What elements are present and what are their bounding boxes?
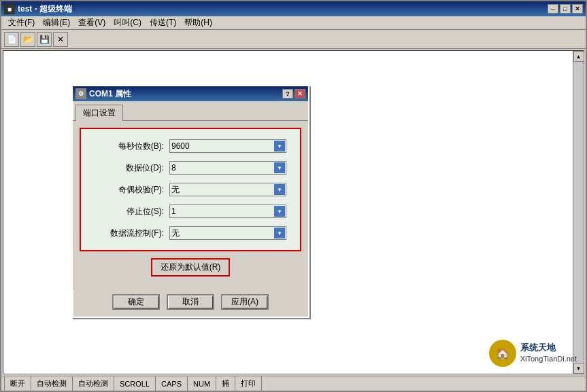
restore-btn-container: 还原为默认值(R): [80, 258, 301, 277]
data-bits-label: 数据位(D):: [95, 162, 169, 174]
data-bits-row: 数据位(D): 8 5 6 7: [95, 161, 286, 175]
baud-rate-label: 每秒位数(B):: [95, 141, 169, 152]
status-auto-detect-1: 自动检测: [31, 376, 73, 391]
toolbar-open[interactable]: 📂: [20, 32, 35, 47]
dialog-tab-bar: 端口设置: [73, 101, 308, 120]
toolbar-disconnect[interactable]: ✕: [53, 32, 68, 47]
dialog-buttons: 确定 取消 应用(A): [73, 290, 308, 317]
ok-button[interactable]: 确定: [112, 294, 160, 310]
status-scroll: SCROLL: [114, 376, 156, 391]
toolbar-new[interactable]: 📄: [4, 32, 19, 47]
minimize-button[interactable]: ─: [548, 4, 558, 14]
dialog-titlebar: ⚙ COM1 属性 ? ✕: [73, 86, 308, 101]
menu-file[interactable]: 文件(F): [4, 16, 39, 30]
form-box: 每秒位数(B): 9600 1200 2400 4800 19200 38400…: [80, 128, 301, 251]
main-window: ■ test - 超级终端 ─ □ ✕ 文件(F) 编辑(E) 查看(V) 叫叫…: [0, 0, 587, 392]
flow-control-row: 数据流控制(F): 无 硬件 Xon/Xoff: [95, 226, 286, 240]
restore-defaults-button[interactable]: 还原为默认值(R): [151, 258, 231, 277]
baud-rate-row: 每秒位数(B): 9600 1200 2400 4800 19200 38400…: [95, 139, 286, 153]
main-titlebar: ■ test - 超级终端 ─ □ ✕: [1, 1, 586, 16]
stop-bits-label: 停止位(S):: [95, 206, 169, 217]
stop-bits-select[interactable]: 1 1.5 2: [169, 204, 286, 218]
flow-control-label: 数据流控制(F):: [95, 228, 169, 239]
menu-view[interactable]: 查看(V): [74, 16, 110, 30]
parity-wrapper: 无 奇校验 偶校验 标志 空格: [169, 183, 286, 196]
cancel-button[interactable]: 取消: [167, 294, 214, 310]
content-area: ▲ ▼ ⚙ COM1 属性 ? ✕: [3, 50, 584, 374]
menu-edit[interactable]: 编辑(E): [39, 16, 74, 30]
com-properties-dialog: ⚙ COM1 属性 ? ✕ 端口设置: [71, 85, 309, 318]
maximize-button[interactable]: □: [560, 4, 571, 14]
status-bar: 断开 自动检测 自动检测 SCROLL CAPS NUM 捕 打印: [1, 376, 586, 391]
parity-row: 奇偶校验(P): 无 奇校验 偶校验 标志 空格: [95, 183, 286, 196]
toolbar-save[interactable]: 💾: [37, 32, 52, 47]
status-caps: CAPS: [156, 376, 188, 391]
data-bits-select[interactable]: 8 5 6 7: [169, 161, 286, 175]
dialog-overlay: ⚙ COM1 属性 ? ✕ 端口设置: [3, 51, 584, 374]
data-bits-wrapper: 8 5 6 7: [169, 161, 286, 175]
dialog-icon: ⚙: [76, 88, 86, 99]
dialog-content: 每秒位数(B): 9600 1200 2400 4800 19200 38400…: [73, 120, 308, 290]
status-auto-detect-2: 自动检测: [73, 376, 114, 391]
status-capture: 捕: [216, 376, 235, 391]
menu-help[interactable]: 帮助(H): [180, 16, 216, 30]
dialog-close-button[interactable]: ✕: [295, 89, 305, 99]
parity-select[interactable]: 无 奇校验 偶校验 标志 空格: [169, 183, 286, 196]
baud-rate-select[interactable]: 9600 1200 2400 4800 19200 38400 57600 11…: [169, 139, 286, 153]
flow-control-select[interactable]: 无 硬件 Xon/Xoff: [169, 226, 286, 240]
window-controls: ─ □ ✕: [548, 4, 583, 14]
app-icon: ■: [4, 3, 15, 14]
dialog-controls: ? ✕: [282, 89, 305, 99]
status-num: NUM: [188, 376, 216, 391]
menu-call[interactable]: 叫叫(C): [110, 16, 146, 30]
menu-bar: 文件(F) 编辑(E) 查看(V) 叫叫(C) 传送(T) 帮助(H): [1, 16, 586, 30]
status-disconnect: 断开: [4, 376, 31, 391]
status-print: 打印: [235, 376, 262, 391]
stop-bits-wrapper: 1 1.5 2: [169, 204, 286, 218]
toolbar: 📄 📂 💾 ✕: [1, 30, 586, 49]
baud-rate-wrapper: 9600 1200 2400 4800 19200 38400 57600 11…: [169, 139, 286, 153]
apply-button[interactable]: 应用(A): [221, 294, 269, 310]
stop-bits-row: 停止位(S): 1 1.5 2: [95, 204, 286, 218]
dialog-help-button[interactable]: ?: [282, 89, 293, 99]
dialog-title: COM1 属性: [89, 88, 131, 100]
tab-port-settings[interactable]: 端口设置: [76, 105, 123, 121]
menu-transfer[interactable]: 传送(T): [146, 16, 180, 30]
app-title: test - 超级终端: [18, 3, 72, 15]
flow-control-wrapper: 无 硬件 Xon/Xoff: [169, 226, 286, 240]
parity-label: 奇偶校验(P):: [95, 184, 169, 196]
close-button[interactable]: ✕: [572, 4, 583, 14]
